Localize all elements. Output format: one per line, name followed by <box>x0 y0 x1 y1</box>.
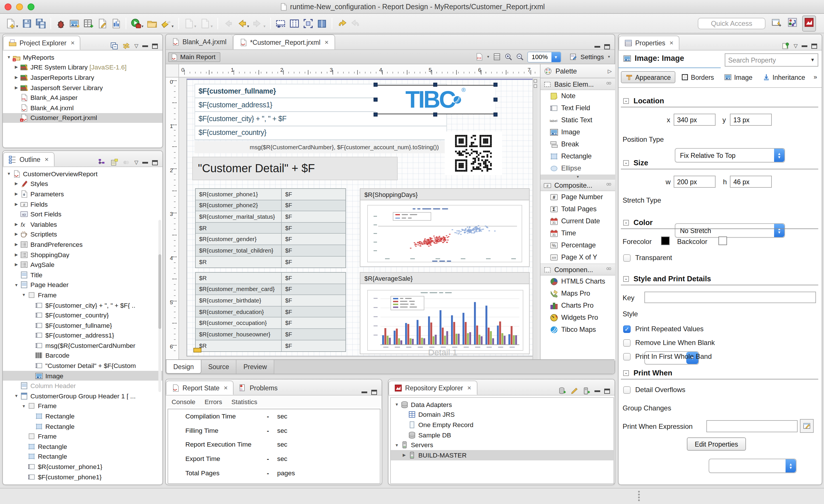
y-input[interactable]: 13 px <box>730 114 772 126</box>
close-view-icon[interactable]: ✕ <box>223 385 228 391</box>
tree-item[interactable]: ▼CustomerOverviewReport <box>3 169 163 179</box>
tree-item[interactable]: Frame <box>3 431 163 441</box>
properties-tab-inheritance[interactable]: Inheritance <box>758 71 810 83</box>
settings-label[interactable]: Settings <box>581 54 604 60</box>
palette-section[interactable]: #Composite... <box>540 179 615 191</box>
location-section-header[interactable]: -Location <box>623 96 664 105</box>
height-input[interactable]: 46 px <box>730 176 772 188</box>
palette-section[interactable]: Basic Elem... <box>540 78 615 90</box>
style-section-header[interactable]: -Style and Print Details <box>623 274 711 283</box>
tree-item[interactable]: $F{customer_address1} <box>3 330 163 340</box>
palette-item[interactable]: Tibco Maps <box>540 324 615 336</box>
tabs-overflow[interactable]: » <box>814 74 817 80</box>
zoom-level-combo[interactable]: 100% ▼ <box>527 52 561 62</box>
report-blue-button[interactable] <box>110 18 121 28</box>
band3-button[interactable] <box>303 18 313 28</box>
tab-properties[interactable]: Properties✕ <box>619 35 680 50</box>
palette-item[interactable]: Break <box>540 138 615 150</box>
chevron-expanded-icon[interactable]: ▼ <box>5 172 13 176</box>
selection-handle[interactable] <box>433 112 437 116</box>
tree-item[interactable]: ▶Parameters <box>3 189 163 199</box>
tree-item[interactable]: Blank_A4.jrxml <box>3 103 163 113</box>
minimize-editor-icon[interactable] <box>595 46 600 47</box>
pin-view-icon[interactable] <box>782 42 790 50</box>
remove-line-when-blank-checkbox[interactable] <box>623 339 631 346</box>
undo-button[interactable] <box>336 18 347 28</box>
stretch-type-select[interactable]: No Stretch▲▼ <box>675 223 785 238</box>
palette-item[interactable]: Maps Pro <box>540 288 615 300</box>
maximize-editor-icon[interactable] <box>604 44 610 49</box>
table-row[interactable]: $R{customer_houseowner}$F <box>196 329 345 340</box>
save-all-button[interactable] <box>35 18 45 28</box>
palette-item[interactable]: Image <box>540 126 615 138</box>
tree-item[interactable]: "Customer Detail" + $F{Custom <box>3 361 163 371</box>
open-folder-button[interactable] <box>147 18 157 28</box>
x-input[interactable]: 340 px <box>674 114 716 126</box>
stepper-icon[interactable]: ▲▼ <box>774 149 785 162</box>
band-marker[interactable] <box>193 348 201 352</box>
palette-item[interactable]: labelStatic Text <box>540 114 615 126</box>
chevron-expanded-icon[interactable]: ▼ <box>13 283 20 287</box>
chevron-collapsed-icon[interactable]: ▶ <box>401 453 408 458</box>
zoom-out-icon[interactable] <box>516 53 524 61</box>
chevron-collapsed-icon[interactable]: ▶ <box>13 85 20 90</box>
tab-project-explorer[interactable]: Project Explorer✕ <box>3 35 81 50</box>
close-view-icon[interactable]: ✕ <box>467 385 472 391</box>
edit-properties-button[interactable]: Edit Properties <box>687 437 746 450</box>
maximize-view-icon[interactable] <box>811 43 817 48</box>
table-row[interactable]: $R{customer_marital_status}$F <box>196 211 345 222</box>
chevron-collapsed-icon[interactable]: ▶ <box>13 65 20 70</box>
pin-section-icon[interactable] <box>605 265 612 274</box>
tree-item[interactable]: ▼Frame <box>3 401 163 411</box>
palette-item[interactable]: Ellipse <box>540 163 615 175</box>
tab-report-state[interactable]: Report State✕ <box>166 381 233 395</box>
subtab-console[interactable]: Console <box>172 398 195 405</box>
table-row[interactable]: $R$F <box>196 256 345 268</box>
outline-scrollbar[interactable] <box>159 220 161 392</box>
minimize-view-icon[interactable] <box>362 392 367 393</box>
logo-image-element[interactable]: TIBC ® <box>376 85 495 114</box>
maximize-view-icon[interactable] <box>152 43 158 48</box>
selection-handle[interactable] <box>433 83 437 87</box>
tree-item[interactable]: ▶ShoppingDay <box>3 250 163 260</box>
maximize-view-icon[interactable] <box>371 390 377 395</box>
table-row[interactable]: $R$F <box>196 273 345 284</box>
subtab-errors[interactable]: Errors <box>205 398 222 405</box>
palette-item[interactable]: Note <box>540 90 615 102</box>
chevron-expanded-icon[interactable]: ▼ <box>393 443 401 447</box>
palette-item[interactable]: 31Current Date <box>540 215 615 227</box>
tree-item[interactable]: Rectangle <box>3 421 163 431</box>
group-changes-select[interactable]: ▲▼ <box>709 459 797 473</box>
minimize-view-icon[interactable] <box>142 162 148 163</box>
properties-tab-appearance[interactable]: Appearance <box>621 71 676 83</box>
tree-item[interactable]: ▼Data Adapters <box>391 400 613 410</box>
table-row[interactable]: $R{customer_phone2}$F <box>196 200 345 211</box>
tree-item[interactable]: ▶JasperReports Library <box>3 72 163 82</box>
customer-detail-title[interactable]: "Customer Detail" + $F <box>192 157 398 180</box>
tree-item[interactable]: ▼Servers <box>391 440 613 450</box>
tree-item[interactable]: xCustomer_Report.jrxml <box>3 113 163 123</box>
tree-item[interactable]: Rectangle <box>3 411 163 421</box>
tree-item[interactable]: 110Blank_A4.jasper <box>3 93 163 103</box>
view-menu-icon[interactable]: ▽ <box>794 43 798 49</box>
pin-section-icon[interactable] <box>605 80 612 88</box>
view-menu-icon[interactable]: ▽ <box>134 160 138 165</box>
close-view-icon[interactable]: ✕ <box>44 157 49 162</box>
tree-item[interactable]: ▼CustomerGroup Group Header 1 [ ... <box>3 391 163 401</box>
table-row[interactable]: $R{customer_member_card}$F <box>196 284 345 295</box>
tree-item[interactable]: $R{customer_phone1} <box>3 462 163 472</box>
palette-item[interactable]: #Page Number <box>540 191 615 203</box>
chevron-expanded-icon[interactable]: ▼ <box>5 56 13 60</box>
tree-item[interactable]: ▶Styles <box>3 179 163 189</box>
print-in-first-whole-band-checkbox[interactable] <box>623 353 631 360</box>
search-button[interactable]: ▾ <box>161 18 174 28</box>
palette-section[interactable]: Componen... <box>540 264 615 276</box>
average-sale-chart[interactable] <box>360 284 530 354</box>
mode-tab-design[interactable]: Design <box>166 360 201 374</box>
print-when-section-header[interactable]: -Print When <box>623 369 672 377</box>
palette-item[interactable]: Widgets Pro <box>540 312 615 324</box>
properties-tab-borders[interactable]: Borders <box>677 71 719 83</box>
position-type-select[interactable]: Fix Relative To Top▲▼ <box>675 148 785 163</box>
transparent-checkbox[interactable] <box>623 254 631 262</box>
card-number-expression[interactable]: msg($R{CustomerCardNumber}, $F{customer_… <box>195 141 454 153</box>
